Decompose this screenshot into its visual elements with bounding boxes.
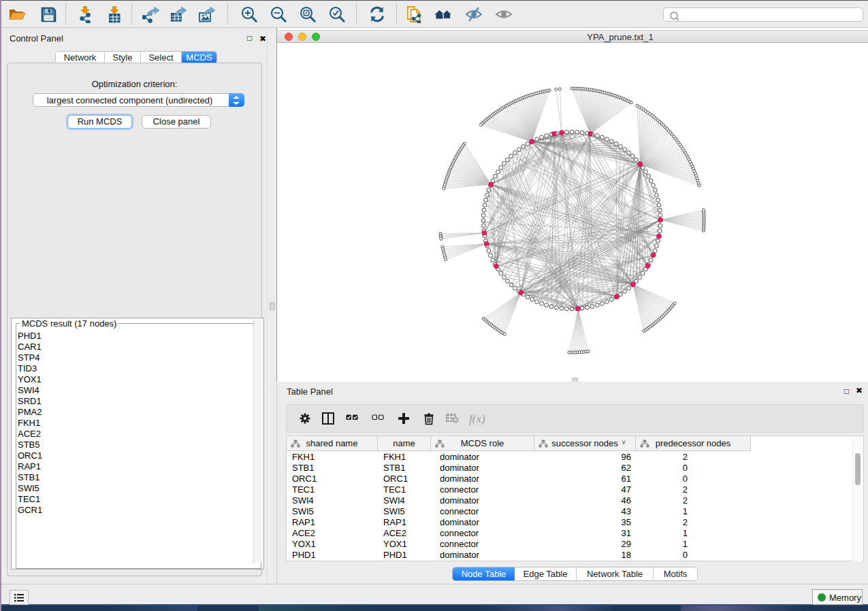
svg-text:f(x): f(x): [469, 412, 485, 425]
